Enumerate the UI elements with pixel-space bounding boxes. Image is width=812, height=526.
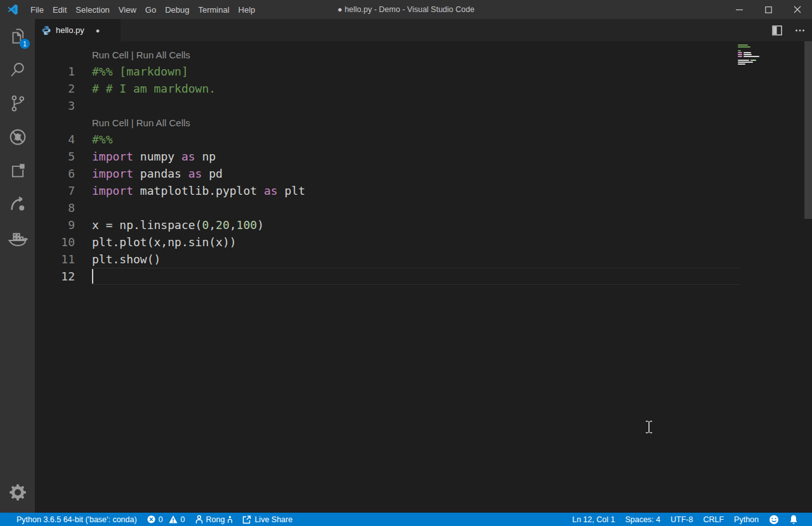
tab-bar: hello.py ● [35, 19, 812, 41]
more-actions-button[interactable] [793, 23, 807, 37]
code-line-5[interactable]: 5import numpy as np [35, 148, 812, 165]
live-share-icon [8, 195, 27, 214]
window-controls [724, 0, 812, 19]
activity-bar-debug[interactable] [0, 120, 35, 154]
explorer-badge: 1 [20, 39, 30, 49]
status-problems[interactable]: 0 0 [142, 513, 190, 526]
line-content: plt.plot(x,np.sin(x)) [92, 235, 237, 249]
minimize-button[interactable] [724, 0, 754, 19]
extensions-icon [8, 161, 27, 180]
minimap[interactable] [738, 44, 772, 65]
line-number: 6 [35, 167, 75, 180]
menu-terminal[interactable]: Terminal [193, 0, 233, 19]
codelens-row: Run Cell | Run All Cells [35, 114, 812, 131]
git-branch-icon [8, 94, 27, 113]
codelens-separator: | [129, 117, 136, 128]
code-line-11[interactable]: 11plt.show() [35, 251, 812, 268]
split-editor-button[interactable] [770, 23, 784, 37]
activity-bar-extensions[interactable] [0, 154, 35, 187]
menu-debug[interactable]: Debug [160, 0, 193, 19]
line-content: import numpy as np [92, 150, 216, 163]
editor-group: hello.py ● Run Cell | Run All Cells [35, 19, 812, 513]
line-content: import matplotlib.pyplot as plt [92, 184, 305, 197]
status-cursor-position[interactable]: Ln 12, Col 1 [567, 513, 620, 526]
modified-indicator-dot[interactable]: ● [96, 27, 100, 34]
code-line-4[interactable]: 4#%% [35, 131, 812, 148]
debug-disabled-icon [8, 127, 28, 147]
activity-bar-source-control[interactable] [0, 86, 35, 120]
docker-whale-icon [8, 228, 28, 248]
activity-bar: 1 [0, 19, 35, 513]
status-live-share[interactable]: Live Share [237, 513, 298, 526]
smiley-icon [769, 515, 779, 525]
code-line-2[interactable]: 2# # I am markdown. [35, 80, 812, 97]
status-python-interpreter[interactable]: Python 3.6.5 64-bit ('base': conda) [11, 513, 142, 526]
menu-selection[interactable]: Selection [71, 0, 114, 19]
status-eol[interactable]: CRLF [698, 513, 729, 526]
status-language-mode[interactable]: Python [729, 513, 764, 526]
code-line-7[interactable]: 7import matplotlib.pyplot as plt [35, 182, 812, 199]
tab-label: hello.py [56, 25, 84, 35]
code-editor[interactable]: Run Cell | Run All Cells1#%% [markdown]2… [35, 41, 812, 513]
menu-view[interactable]: View [114, 0, 141, 19]
codelens-separator: | [129, 49, 136, 60]
line-content: import pandas as pd [92, 167, 223, 180]
settings-gear-icon[interactable] [0, 481, 35, 504]
activity-bar-docker[interactable] [0, 221, 35, 254]
menu-go[interactable]: Go [141, 0, 160, 19]
code-line-12[interactable]: 12 [35, 268, 812, 285]
python-file-icon [41, 25, 51, 36]
activity-bar-search[interactable] [0, 53, 35, 86]
activity-bar-live-share[interactable] [0, 187, 35, 221]
vscode-logo-icon [6, 3, 20, 16]
search-icon [8, 60, 27, 79]
run-cell-link[interactable]: Run Cell [92, 117, 129, 128]
error-icon [147, 515, 155, 523]
status-live-share-user[interactable]: Rong [190, 513, 238, 526]
code-line-1[interactable]: 1#%% [markdown] [35, 63, 812, 80]
line-number: 7 [35, 184, 75, 197]
code-line-8[interactable]: 8 [35, 199, 812, 216]
title-bar: FileEditSelectionViewGoDebugTerminalHelp… [0, 0, 812, 19]
maximize-button[interactable] [754, 0, 783, 19]
bell-icon [789, 515, 798, 524]
warning-icon [169, 515, 178, 523]
line-content: # # I am markdown. [92, 82, 216, 95]
code-line-10[interactable]: 10plt.plot(x,np.sin(x)) [35, 233, 812, 251]
line-number: 10 [35, 235, 75, 249]
line-number: 4 [35, 133, 75, 146]
run-all-cells-link[interactable]: Run All Cells [136, 49, 190, 60]
collaborator-icon [228, 516, 232, 523]
run-all-cells-link[interactable]: Run All Cells [136, 117, 190, 128]
status-notifications[interactable] [784, 513, 803, 526]
status-encoding[interactable]: UTF-8 [665, 513, 698, 526]
line-number: 12 [35, 270, 75, 283]
menu-edit[interactable]: Edit [48, 0, 71, 19]
window-title: ● hello.py - Demo - Visual Studio Code [337, 5, 475, 14]
line-content: x = np.linspace(0,20,100) [92, 218, 264, 232]
current-line-highlight [92, 268, 739, 285]
status-bar: Python 3.6.5 64-bit ('base': conda) 0 0 [0, 513, 812, 526]
codelens-row: Run Cell | Run All Cells [35, 46, 812, 63]
close-button[interactable] [783, 0, 812, 19]
line-content: plt.show() [92, 253, 160, 266]
activity-bar-explorer[interactable]: 1 [0, 19, 35, 53]
vscode-window: FileEditSelectionViewGoDebugTerminalHelp… [0, 0, 812, 526]
line-number: 8 [35, 201, 75, 214]
menu-file[interactable]: File [26, 0, 48, 19]
status-feedback[interactable] [764, 513, 784, 526]
line-content: #%% [markdown] [92, 65, 188, 78]
code-line-3[interactable]: 3 [35, 97, 812, 114]
run-cell-link[interactable]: Run Cell [92, 49, 129, 60]
menu-help[interactable]: Help [234, 0, 260, 19]
code-line-9[interactable]: 9x = np.linspace(0,20,100) [35, 216, 812, 233]
code-line-6[interactable]: 6import pandas as pd [35, 165, 812, 182]
line-number: 9 [35, 218, 75, 232]
line-number: 1 [35, 65, 75, 78]
menu-bar: FileEditSelectionViewGoDebugTerminalHelp [26, 0, 259, 19]
line-number: 3 [35, 99, 75, 112]
status-indentation[interactable]: Spaces: 4 [620, 513, 665, 526]
vertical-scrollbar[interactable] [804, 41, 812, 219]
line-number: 5 [35, 150, 75, 163]
tab-hello-py[interactable]: hello.py ● [35, 19, 121, 41]
